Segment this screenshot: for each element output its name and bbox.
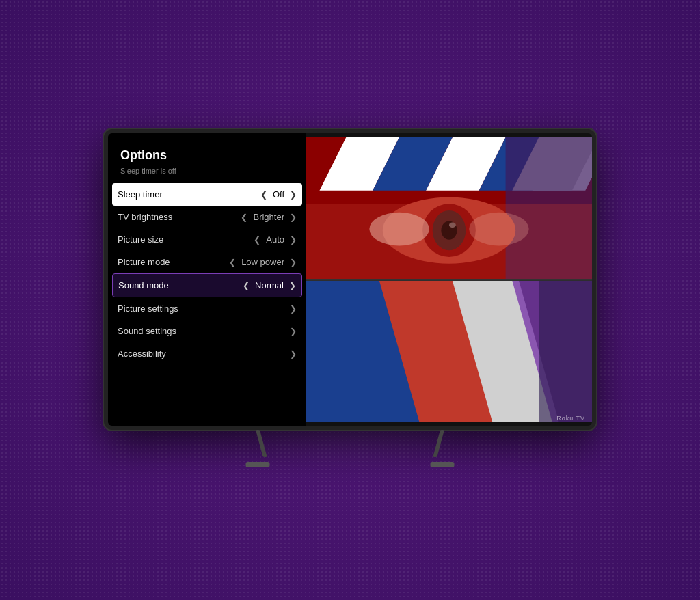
picture-mode-value: Low power	[241, 257, 284, 267]
menu-item-sound-mode[interactable]: Sound mode ❮ Normal ❯	[112, 273, 302, 297]
accessibility-label: Accessibility	[118, 349, 290, 359]
svg-rect-17	[306, 279, 592, 281]
picture-settings-arrow: ❯	[290, 304, 297, 314]
roku-watermark: Roku TV	[556, 415, 585, 422]
sleep-timer-label: Sleep timer	[118, 189, 260, 200]
accessibility-arrow: ❯	[290, 349, 297, 359]
sound-settings-label: Sound settings	[118, 326, 290, 336]
picture-mode-left-chevron: ❮	[229, 258, 236, 267]
menu-item-sound-settings[interactable]: Sound settings ❯	[108, 320, 306, 342]
tv-brightness-value: Brighter	[253, 212, 284, 222]
sleep-timer-right-chevron: ❯	[290, 190, 297, 200]
menu-item-picture-size[interactable]: Picture size ❮ Auto ❯	[108, 228, 306, 251]
picture-mode-label: Picture mode	[118, 257, 229, 267]
menu-item-picture-mode[interactable]: Picture mode ❮ Low power ❯	[108, 251, 306, 273]
sleep-timer-left-chevron: ❮	[260, 190, 267, 200]
sound-settings-arrow: ❯	[290, 327, 297, 336]
picture-size-right-chevron: ❯	[290, 235, 297, 245]
menu-subtitle: Sleep timer is off	[108, 167, 306, 175]
picture-size-left-chevron: ❮	[254, 235, 260, 245]
sound-mode-left-chevron: ❮	[243, 281, 250, 290]
tv-leg-left	[241, 430, 275, 467]
menu-item-accessibility[interactable]: Accessibility ❯	[108, 342, 306, 365]
menu-item-sleep-timer[interactable]: Sleep timer ❮ Off ❯	[112, 183, 302, 206]
tv-leg-right	[425, 430, 459, 467]
menu-item-picture-settings[interactable]: Picture settings ❯	[108, 297, 306, 320]
picture-mode-right-chevron: ❯	[290, 258, 297, 267]
video-panel: Roku TV	[306, 133, 592, 426]
picture-size-label: Picture size	[118, 234, 254, 245]
svg-rect-16	[306, 204, 592, 279]
menu-item-tv-brightness[interactable]: TV brightness ❮ Brighter ❯	[108, 206, 306, 228]
sound-mode-label: Sound mode	[118, 280, 243, 290]
tv-stand	[241, 430, 459, 467]
svg-rect-23	[539, 281, 592, 422]
sound-mode-right-chevron: ❯	[289, 281, 296, 290]
tv-brightness-right-chevron: ❯	[290, 213, 297, 222]
tv-wrapper: Options Sleep timer is off Sleep timer ❮…	[97, 129, 603, 471]
video-background: Roku TV	[306, 133, 592, 426]
video-content-svg	[306, 133, 592, 426]
sleep-timer-value: Off	[273, 189, 284, 200]
tv-brightness-left-chevron: ❮	[241, 213, 247, 222]
tv-brightness-label: TV brightness	[118, 212, 241, 222]
menu-panel: Options Sleep timer is off Sleep timer ❮…	[108, 133, 306, 426]
menu-title: Options	[108, 148, 306, 163]
tv-body: Options Sleep timer is off Sleep timer ❮…	[104, 129, 596, 430]
sound-mode-value: Normal	[255, 280, 284, 290]
picture-settings-label: Picture settings	[118, 303, 290, 314]
picture-size-value: Auto	[266, 234, 284, 245]
